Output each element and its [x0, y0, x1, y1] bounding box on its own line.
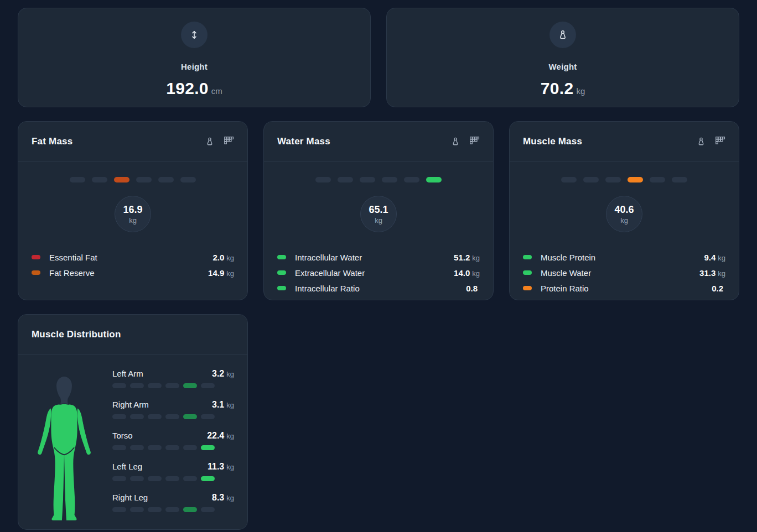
segment-active: [114, 177, 129, 182]
card-header: Water Mass: [264, 122, 493, 161]
part-value: 3.2kg: [212, 369, 234, 379]
header-icons: [696, 136, 725, 147]
level-indicator: [32, 177, 234, 182]
muscle-distribution-card: Muscle Distribution: [18, 314, 248, 530]
level-indicator: [523, 177, 725, 182]
segment: [112, 414, 126, 419]
total-value: 16.9: [123, 204, 142, 216]
segment: [70, 177, 85, 182]
weight-icon[interactable]: [205, 137, 215, 147]
legend-value: 2.0kg: [212, 253, 234, 262]
segment: [165, 414, 179, 419]
segment: [130, 507, 144, 512]
total-unit: kg: [620, 216, 628, 225]
segment: [561, 177, 577, 182]
legend-bullet: [32, 270, 40, 275]
part-value: 8.3kg: [212, 493, 234, 503]
segment: [404, 177, 419, 182]
legend-value: 14.0kg: [454, 268, 480, 278]
segment: [148, 383, 162, 388]
segment: [360, 177, 375, 182]
level-indicator: [277, 177, 480, 182]
card-title: Water Mass: [277, 136, 330, 147]
segment: [136, 177, 152, 182]
segment: [183, 476, 197, 481]
legend-label: Muscle Water: [541, 268, 591, 278]
muscle-mass-card: Muscle Mass 40.6 kg: [509, 121, 739, 300]
legend: Muscle Protein 9.4kg Muscle Water 31.3kg…: [523, 249, 725, 296]
level-indicator: [112, 445, 234, 450]
metric-label: Weight: [549, 62, 577, 71]
segment: [201, 383, 215, 388]
grid-icon[interactable]: [469, 136, 480, 147]
height-card: Height 192.0 cm: [18, 8, 371, 107]
segment: [130, 476, 144, 481]
legend-label: Essential Fat: [49, 253, 97, 262]
card-title: Muscle Mass: [523, 136, 582, 147]
level-indicator: [112, 414, 234, 419]
metric-label: Height: [181, 62, 208, 71]
legend-bullet: [277, 255, 286, 259]
segment: [605, 177, 621, 182]
legend-value: 31.3kg: [699, 268, 725, 278]
total-circle: 40.6 kg: [606, 196, 642, 232]
header-icons: [205, 136, 234, 147]
body-parts-list: Left Arm 3.2kg Right Arm 3.1kg Torso 22.…: [112, 368, 234, 529]
legend-row: Essential Fat 2.0kg: [32, 249, 234, 265]
grid-icon[interactable]: [224, 136, 234, 147]
card-body: 16.9 kg Essential Fat 2.0kg Fat Reserve …: [18, 161, 247, 294]
segment-active: [183, 507, 197, 512]
height-unit: cm: [211, 86, 222, 96]
metric-value: 192.0 cm: [166, 79, 222, 98]
segment: [165, 445, 179, 450]
total-value: 40.6: [614, 204, 634, 216]
segment-active: [426, 177, 442, 182]
segment: [165, 383, 179, 388]
level-indicator: [112, 476, 234, 481]
level-indicator: [112, 383, 234, 388]
legend-value: 51.2kg: [454, 253, 480, 262]
legend-label: Intracellular Ratio: [295, 284, 360, 293]
card-title: Muscle Distribution: [32, 329, 121, 340]
segment-active: [628, 177, 643, 182]
weight-icon[interactable]: [450, 137, 460, 147]
part-label: Left Arm: [112, 369, 143, 378]
part-value: 3.1kg: [212, 400, 234, 410]
segment: [180, 177, 196, 182]
legend-row: Fat Reserve 14.9kg: [32, 265, 234, 280]
segment: [672, 177, 687, 182]
total-circle: 16.9 kg: [115, 196, 151, 232]
legend-value: 0.8: [466, 284, 480, 293]
legend-row: Protein Ratio 0.2: [523, 280, 725, 296]
legend-label: Muscle Protein: [541, 253, 595, 262]
segment: [382, 177, 397, 182]
card-header: Muscle Mass: [510, 122, 739, 161]
legend-label: Fat Reserve: [49, 268, 95, 278]
metric-value: 70.2 kg: [541, 79, 585, 98]
total-value: 65.1: [369, 204, 388, 216]
legend-bullet: [277, 286, 286, 290]
legend-row: Intracellular Ratio 0.8: [277, 280, 480, 296]
part-row-right-arm: Right Arm 3.1kg: [112, 400, 234, 419]
total-unit: kg: [129, 216, 137, 225]
weight-icon[interactable]: [696, 137, 706, 147]
legend-bullet: [523, 270, 532, 275]
segment: [315, 177, 331, 182]
body-composition-dashboard: Height 192.0 cm Weight 70.2 kg Fat Mass: [0, 0, 757, 532]
segment-active: [201, 445, 215, 450]
height-value: 192.0: [166, 79, 209, 98]
legend: Essential Fat 2.0kg Fat Reserve 14.9kg: [32, 249, 234, 280]
legend-row: Muscle Protein 9.4kg: [523, 249, 725, 265]
part-row-torso: Torso 22.4kg: [112, 431, 234, 450]
legend-value: 14.9kg: [208, 268, 234, 278]
segment: [112, 476, 126, 481]
part-row-right-leg: Right Leg 8.3kg: [112, 493, 234, 512]
grid-icon[interactable]: [715, 136, 725, 147]
part-label: Torso: [112, 431, 133, 440]
segment: [338, 177, 353, 182]
part-value: 22.4kg: [207, 431, 234, 441]
legend-bullet: [523, 255, 532, 259]
weight-unit: kg: [576, 86, 585, 96]
segment: [650, 177, 665, 182]
segment-active: [183, 414, 197, 419]
